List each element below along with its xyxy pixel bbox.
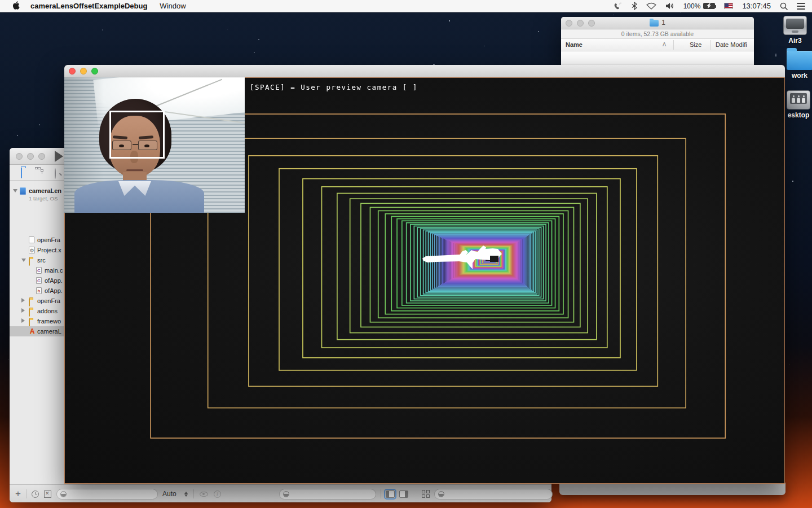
- battery-indicator[interactable]: 100%: [683, 2, 716, 10]
- console-grid-icon[interactable]: [422, 490, 430, 498]
- folder-icon: [787, 51, 812, 70]
- input-source-flag-icon[interactable]: [724, 3, 733, 9]
- cpp-file-icon: C: [36, 267, 42, 274]
- menu-bar: cameraLensOffsetExampleDebug Window 100%: [0, 0, 812, 12]
- finder-file-list[interactable]: [561, 51, 754, 63]
- column-divider[interactable]: [710, 40, 711, 50]
- variables-view-mode[interactable]: Auto: [162, 490, 176, 498]
- quicklook-eye-icon[interactable]: [200, 492, 208, 497]
- hard-drive-icon: [783, 16, 807, 35]
- run-button[interactable]: [55, 151, 63, 162]
- disclosure-triangle-icon[interactable]: [21, 298, 25, 303]
- navigator-item-label: Project.x: [37, 245, 61, 255]
- console-filter-field[interactable]: [434, 489, 553, 500]
- stepper-icon: [184, 492, 188, 497]
- divider: [381, 489, 381, 498]
- filter-icon: [60, 491, 67, 497]
- folder-file-icon: [29, 258, 30, 266]
- navigator-item-label: main.c: [45, 265, 63, 275]
- app-file-icon: A: [29, 328, 36, 335]
- app-window: [SPACE] = User preview camera [ ]: [64, 65, 785, 484]
- disclosure-triangle-icon[interactable]: [13, 189, 17, 192]
- navigator-item-label: framewo: [37, 316, 61, 326]
- finder-window: 1 0 items, 52.73 GB available Name ᐱ Siz…: [561, 17, 754, 65]
- breakpoint-filter-field[interactable]: [56, 489, 158, 500]
- filter-icon: [438, 491, 444, 497]
- menu-item-window[interactable]: Window: [160, 2, 186, 10]
- project-subtitle: 1 target, OS: [29, 194, 58, 204]
- project-navigator-icon[interactable]: [21, 168, 22, 178]
- navigator-item-label: src: [37, 255, 46, 265]
- battery-percent: 100%: [683, 2, 701, 10]
- app-content: [SPACE] = User preview camera [ ]: [64, 77, 785, 484]
- disclosure-triangle-icon[interactable]: [21, 308, 25, 313]
- clock-icon[interactable]: [32, 491, 39, 498]
- desktop-icon-label: Air3: [775, 37, 812, 45]
- desktop-icon-air3[interactable]: Air3: [775, 16, 812, 45]
- folder-file-icon: [29, 309, 30, 317]
- divider: [193, 489, 194, 498]
- phone-icon[interactable]: [614, 2, 623, 10]
- airplane-drawing: [64, 77, 785, 484]
- network-workgroup-icon: [787, 90, 810, 110]
- menu-bar-clock[interactable]: 13:07:45: [742, 2, 771, 10]
- file-file-icon: [29, 237, 34, 243]
- close-button[interactable]: [69, 68, 76, 75]
- search-navigator-icon[interactable]: [55, 169, 56, 179]
- add-breakpoint-button[interactable]: +: [15, 488, 21, 500]
- navigator-item-label: cameraL: [37, 326, 61, 336]
- show-console-view-button[interactable]: [399, 491, 408, 498]
- navigator-item-label: addons: [37, 306, 58, 316]
- column-header-size[interactable]: Size: [690, 41, 701, 48]
- spotlight-icon[interactable]: [780, 2, 788, 10]
- disclosure-triangle-icon[interactable]: [21, 259, 26, 262]
- finder-titlebar[interactable]: 1: [561, 17, 754, 29]
- cpp-file-icon: C: [36, 277, 42, 284]
- zoom-button[interactable]: [91, 68, 98, 75]
- app-titlebar[interactable]: [64, 65, 785, 77]
- info-icon[interactable]: i: [214, 491, 221, 498]
- project-file-icon: [20, 187, 26, 195]
- navigator-item-label: openFra: [37, 235, 60, 245]
- navigator-item-label: ofApp.: [45, 275, 63, 286]
- gear-file-icon: ⚙: [29, 247, 35, 253]
- column-divider[interactable]: [673, 40, 674, 50]
- variables-filter-field[interactable]: [279, 489, 376, 500]
- divider: [26, 489, 27, 498]
- header-file-icon: h: [36, 287, 42, 294]
- sort-caret-icon: ᐱ: [663, 42, 666, 47]
- active-app-name[interactable]: cameraLensOffsetExampleDebug: [30, 2, 147, 10]
- bluetooth-icon[interactable]: [632, 2, 637, 10]
- app-traffic-lights[interactable]: [69, 68, 98, 75]
- column-header-name[interactable]: Name: [566, 41, 582, 48]
- column-header-date-modified[interactable]: Date Modifi: [716, 41, 747, 48]
- scope-box-icon[interactable]: [44, 491, 51, 498]
- xcode-bottom-bar: + Auto i: [10, 484, 551, 502]
- filter-icon: [283, 491, 289, 497]
- disclosure-triangle-icon[interactable]: [21, 318, 25, 323]
- plane-nose-mark: [490, 256, 498, 262]
- desktop-screen: Air3 work esktop cameraLen 1 target, OS: [0, 0, 812, 508]
- notification-center-icon[interactable]: [797, 3, 805, 10]
- volume-icon[interactable]: [665, 2, 674, 10]
- show-variables-view-button[interactable]: [386, 491, 395, 498]
- xcode-traffic-lights[interactable]: [16, 153, 45, 160]
- folder-file-icon: [29, 299, 30, 306]
- folder-icon: [650, 20, 659, 27]
- background-window-fragment: [559, 483, 785, 495]
- battery-icon: [703, 3, 715, 9]
- finder-status-bar: 0 items, 52.73 GB available: [561, 29, 754, 39]
- navigator-item-label: openFra: [37, 296, 60, 306]
- navigator-item-label: ofApp.: [45, 286, 63, 296]
- apple-menu-icon[interactable]: [10, 1, 23, 11]
- folder-file-icon: [29, 319, 30, 327]
- finder-window-title: 1: [561, 19, 754, 27]
- wifi-icon[interactable]: [646, 2, 656, 10]
- finder-column-headers: Name ᐱ Size Date Modifi: [561, 39, 754, 51]
- minimize-button[interactable]: [80, 68, 87, 75]
